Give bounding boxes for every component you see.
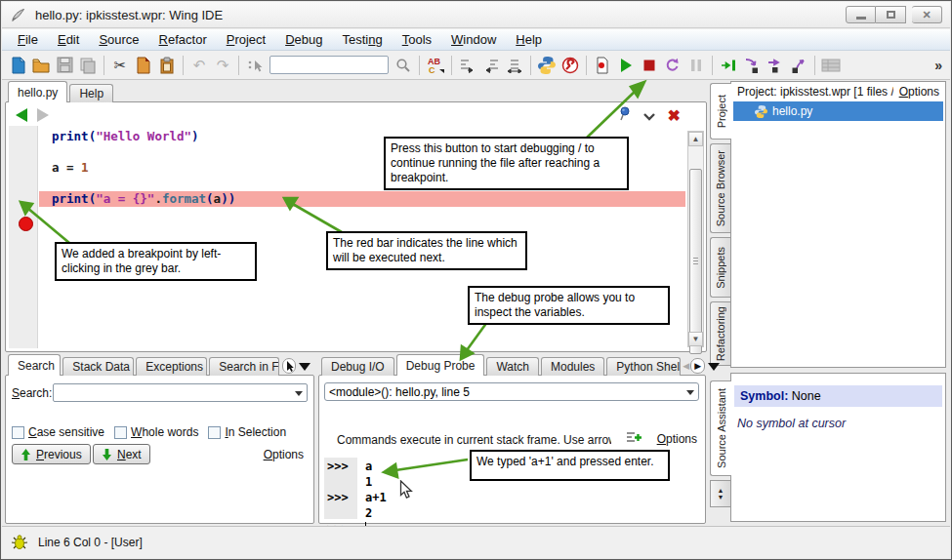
combo-dropdown-icon[interactable] <box>686 390 694 395</box>
step-over-icon[interactable] <box>741 55 763 76</box>
menu-debug[interactable]: Debug <box>275 30 332 49</box>
step-out-icon[interactable] <box>788 55 809 76</box>
stack-frame-combobox[interactable]: <module>(): hello.py, line 5 <box>324 382 699 401</box>
replace-icon[interactable]: ABC <box>425 55 446 76</box>
breakpoint-gutter[interactable] <box>9 126 38 348</box>
indent-left-icon[interactable] <box>480 55 502 76</box>
menu-tools[interactable]: Tools <box>393 30 441 49</box>
step-over-instruction-icon[interactable] <box>765 55 786 76</box>
callout-debug-button: Press this button to start debugging / t… <box>384 137 629 190</box>
save-icon[interactable] <box>54 55 75 76</box>
editor-tab-hello[interactable]: hello.py <box>8 81 67 102</box>
probe-notebook: Debug I/O Debug Probe Watch Modules Pyth… <box>318 354 706 524</box>
debug-continue-icon[interactable] <box>615 55 637 76</box>
chevron-down-icon[interactable] <box>642 107 656 125</box>
menu-source[interactable]: Source <box>89 30 148 49</box>
editor-scrollbar[interactable]: ▲ ▼ <box>687 131 704 347</box>
scroll-up-icon[interactable]: ▲ <box>688 132 703 146</box>
breakpoint-dot[interactable] <box>19 217 33 231</box>
close-button[interactable]: ✕ <box>912 6 942 23</box>
editor-tab-help[interactable]: Help <box>69 84 113 102</box>
debug-restart-icon[interactable] <box>662 55 683 76</box>
checkbox-whole-words[interactable]: Whole words <box>114 425 198 439</box>
checkbox-case-sensitive[interactable]: Case sensitive <box>12 425 104 439</box>
tab-stack-data[interactable]: Stack Data <box>62 357 134 376</box>
menu-project[interactable]: Project <box>217 30 275 49</box>
tab-search-in-files[interactable]: Search in Files <box>209 357 279 376</box>
vtab-source-browser[interactable]: Source Browser <box>710 143 730 233</box>
menu-edit[interactable]: Edit <box>48 30 89 49</box>
symbol-header: Symbol: None <box>734 385 942 407</box>
vtab-scroll-stub[interactable]: ▲▼ <box>710 480 730 507</box>
cut-icon[interactable]: ✂ <box>109 55 131 76</box>
tab-exceptions[interactable]: Exceptions <box>136 357 207 376</box>
console-row[interactable]: 2 <box>324 506 699 522</box>
new-file-icon[interactable] <box>7 55 28 76</box>
step-into-icon[interactable] <box>718 55 739 76</box>
search-combobox[interactable] <box>53 383 308 402</box>
tab-debug-io[interactable]: Debug I/O <box>321 357 394 376</box>
save-as-icon[interactable] <box>77 55 99 76</box>
redo-icon[interactable]: ↷ <box>212 55 233 76</box>
history-back-icon[interactable] <box>16 108 27 122</box>
undo-icon[interactable]: ↶ <box>188 55 210 76</box>
maximize-button[interactable] <box>876 6 906 23</box>
checkbox-in-selection[interactable]: In Selection <box>208 425 286 439</box>
statusbar: Line 6 Col 0 - [User] <box>2 526 950 558</box>
menu-file[interactable]: File <box>8 30 48 49</box>
project-options-link[interactable]: Options <box>893 85 939 99</box>
code-line[interactable] <box>39 207 685 222</box>
copy-icon[interactable] <box>133 55 154 76</box>
history-forward-icon[interactable] <box>37 108 49 122</box>
paste-icon[interactable] <box>156 55 178 76</box>
debug-pause-icon[interactable] <box>685 55 707 76</box>
menu-window[interactable]: Window <box>441 30 506 49</box>
menu-refactor[interactable]: Refactor <box>149 30 217 49</box>
tab-debug-probe[interactable]: Debug Probe <box>396 354 485 376</box>
breakpoint-toggle-icon[interactable] <box>592 55 613 76</box>
python-shell-icon[interactable] <box>536 55 558 76</box>
code-line[interactable]: print("a = {}".format(a)) <box>39 191 685 207</box>
indent-match-icon[interactable] <box>504 55 525 76</box>
debug-options-icon[interactable] <box>559 55 581 76</box>
tab-watch[interactable]: Watch <box>486 357 539 376</box>
toolbar-overflow-icon[interactable]: » <box>934 58 942 73</box>
search-options-link[interactable]: Options <box>264 448 304 461</box>
probe-options-link[interactable]: Options <box>657 432 697 446</box>
tab-python-shell[interactable]: Python Shell <box>606 357 681 376</box>
debug-stop-icon[interactable] <box>639 55 660 76</box>
tab-scroll-right-icon[interactable] <box>282 358 296 374</box>
close-editor-icon[interactable]: ✖ <box>668 109 681 123</box>
tab-search[interactable]: Search <box>8 354 61 376</box>
vtab-snippets[interactable]: Snippets <box>710 237 730 298</box>
scrollbar-thumb[interactable] <box>689 169 702 354</box>
console-row[interactable]: >>>a+1 <box>324 491 699 506</box>
next-button[interactable]: Next <box>93 444 150 464</box>
toolbar-search-input[interactable] <box>269 56 389 74</box>
open-file-icon[interactable] <box>30 55 52 76</box>
menu-testing[interactable]: Testing <box>333 30 393 49</box>
callout-red-bar: The red bar indicates the line which wil… <box>326 231 527 270</box>
search-selection-icon[interactable] <box>244 55 266 76</box>
scroll-down-icon[interactable]: ▼ <box>688 332 703 346</box>
vtab-source-assistant[interactable]: Source Assistant <box>710 380 731 476</box>
minimize-button[interactable] <box>846 6 876 23</box>
probe-history-icon[interactable] <box>626 430 642 449</box>
vtab-project[interactable]: Project <box>710 83 731 140</box>
tab-scroll-left-icon[interactable]: ◀ <box>683 361 689 371</box>
pushpin-icon[interactable] <box>617 106 631 126</box>
previous-button[interactable]: Previous <box>12 444 91 464</box>
menu-help[interactable]: Help <box>506 30 552 49</box>
search-icon[interactable] <box>393 55 414 76</box>
titlebar[interactable]: hello.py: ipkisstest.wpr: Wing IDE ✕ <box>2 2 950 28</box>
combo-dropdown-icon[interactable] <box>295 391 303 396</box>
project-file-row[interactable]: hello.py <box>733 101 943 121</box>
source-assistant-panel: Symbol: None No symbol at cursor <box>730 373 946 522</box>
indent-right-icon[interactable] <box>457 55 478 76</box>
tab-menu-icon[interactable] <box>708 363 720 371</box>
stack-frame-icon[interactable] <box>820 55 842 76</box>
tab-menu-icon[interactable] <box>299 363 310 371</box>
tab-modules[interactable]: Modules <box>541 357 604 376</box>
debugger-bug-icon[interactable] <box>10 534 29 551</box>
tab-scroll-right-icon[interactable]: ▶ <box>690 358 705 374</box>
